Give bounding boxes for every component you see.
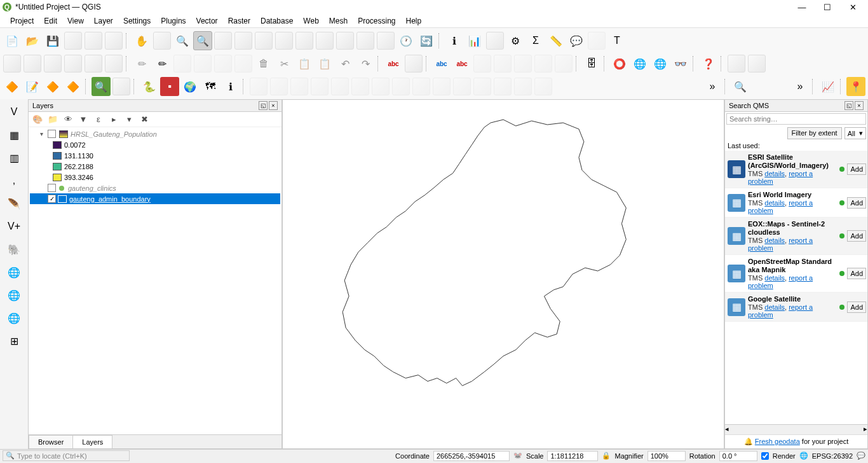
layer-gauteng-admin-boundary[interactable]: gauteng_admin_boundary [30,193,280,204]
python-console-icon[interactable]: 🐍 [140,77,159,96]
map-swipe-icon[interactable]: 🗺 [201,77,220,96]
expand-icon[interactable]: ▾ [40,130,48,137]
panel-close-icon[interactable]: × [269,101,278,110]
qgis2web-icon[interactable] [727,54,746,73]
details-link[interactable]: details [764,237,785,244]
filter-by-expression-icon[interactable]: ε [92,113,105,126]
layer-gauteng-clinics[interactable]: gauteng_clinics [30,183,280,193]
topology-checker-icon[interactable]: ⭕ [610,54,629,73]
globe-icon[interactable]: 🌍 [180,77,200,96]
osm-search-icon[interactable]: 🔍 [92,77,111,96]
menu-processing[interactable]: Processing [353,17,400,25]
menu-raster[interactable]: Raster [223,17,255,25]
zoom-native-icon[interactable] [275,31,294,50]
digitize-5-icon[interactable] [330,77,349,96]
details-link[interactable]: details [764,170,785,177]
add-spatialite-icon[interactable]: 🪶 [4,193,24,214]
panel-close-icon[interactable]: × [855,101,864,110]
qms-horizontal-scrollbar[interactable]: ◂▸ [725,424,867,434]
coordinate-field[interactable]: 2665256,-3594015 [433,451,510,461]
toggle-editing-icon[interactable]: ✏ [153,54,172,73]
filter-select[interactable]: All ▾ [844,127,866,139]
label-tool-1-icon[interactable] [473,54,492,73]
qms-item[interactable]: ▦Esri World ImageryTMS details, report a… [725,188,867,218]
node-tool-icon[interactable] [234,54,253,73]
select-all-icon[interactable]: 🔶 [64,77,83,96]
zoom-layer-icon[interactable] [254,31,273,50]
field-calculator-icon[interactable] [485,31,505,50]
text-annotation-icon[interactable]: T [607,31,627,50]
statistics-icon[interactable]: Σ [526,31,545,50]
menu-mesh[interactable]: Mesh [324,17,353,25]
profile-tool-icon[interactable]: 📈 [818,77,837,96]
zoom-full-icon[interactable] [214,31,233,50]
digitize-3-icon[interactable] [290,77,309,96]
undo-icon[interactable]: ↶ [336,54,355,73]
show-layout-manager-icon[interactable] [84,31,103,50]
digitize-13-icon[interactable] [493,77,512,96]
digitize-6-icon[interactable] [351,77,370,96]
layer-checkbox[interactable] [48,184,56,192]
digitize-10-icon[interactable] [432,77,451,96]
extents-icon[interactable]: 🐭 [513,452,522,460]
map-canvas[interactable] [282,99,724,449]
crs-icon[interactable]: 🌐 [799,452,808,460]
new-spatial-bookmark-icon[interactable] [356,31,375,50]
deselect-icon[interactable]: 🔶 [43,77,62,96]
qms-results-list[interactable]: ▦ESRI Satellite (ArcGIS/World_Imagery)TM… [725,151,867,424]
add-basemap-button[interactable]: Add [847,163,866,175]
new-print-layout-icon[interactable] [64,31,83,50]
add-raster-layer-icon[interactable]: ▦ [4,125,24,145]
move-feature-icon[interactable] [214,54,233,73]
qms-item[interactable]: ▦OpenStreetMap Standard aka MapnikTMS de… [725,255,867,293]
toolbox-icon[interactable]: ⚙ [506,31,525,50]
current-edits-icon[interactable]: ✏ [132,54,151,73]
manage-visibility-icon[interactable]: 👁 [62,113,74,126]
open-project-icon[interactable]: 📂 [23,31,42,50]
lock-scale-icon[interactable]: 🔒 [602,452,611,460]
add-feature-icon[interactable] [193,54,212,73]
menu-view[interactable]: View [62,17,89,25]
label-tool-3-icon[interactable] [513,54,532,73]
details-link[interactable]: details [764,274,785,282]
digitize-12-icon[interactable] [473,77,492,96]
layer-style-icon[interactable]: 🎨 [31,113,44,126]
tab-layers[interactable]: Layers [72,435,112,448]
digitize-1-icon[interactable] [249,77,268,96]
add-delimited-text-icon[interactable]: , [4,170,24,191]
tab-browser[interactable]: Browser [29,435,73,448]
delete-selected-icon[interactable]: 🗑 [254,54,273,73]
zoom-last-icon[interactable] [295,31,314,50]
menu-layer[interactable]: Layer [89,17,118,25]
scale-field[interactable]: 1:1811218 [547,451,598,461]
add-basemap-button[interactable]: Add [847,268,866,279]
db-manager-icon[interactable]: 🗄 [582,54,601,73]
new-mesh-layer-icon[interactable] [104,54,123,73]
magnifier-field[interactable]: 100% [648,451,686,461]
new-geopackage-icon[interactable] [23,54,42,73]
mask-icon[interactable]: 👓 [671,54,690,73]
label-tool-4-icon[interactable] [534,54,553,73]
messages-icon[interactable]: 💬 [857,452,865,460]
filter-by-extent-button[interactable]: Filter by extent [787,127,842,139]
metasearch-icon[interactable]: 🌐 [630,54,649,73]
label-tool-2-icon[interactable] [493,54,512,73]
menu-plugins[interactable]: Plugins [156,17,191,25]
menu-edit[interactable]: Edit [39,17,62,25]
filter-legend-icon[interactable]: ▼ [77,113,90,126]
identify-icon[interactable]: ℹ [445,31,464,50]
minimize-button[interactable]: — [789,0,815,14]
help-icon[interactable]: ❓ [699,54,718,73]
layer-tree[interactable]: ▾ HRSL_Gauteng_Population 0.0072 131.113… [29,127,281,434]
pan-to-selection-icon[interactable] [153,31,172,50]
new-virtual-layer-icon[interactable] [84,54,103,73]
select-by-value-icon[interactable]: 📝 [23,77,42,96]
copy-features-icon[interactable]: 📋 [295,54,314,73]
geocoding-icon[interactable]: 🌐 [651,54,670,73]
new-project-icon[interactable]: 📄 [3,31,22,50]
digitize-11-icon[interactable] [452,77,471,96]
locate-icon[interactable]: 🔍 [731,77,750,96]
info-identify-icon[interactable]: ℹ [221,77,240,96]
digitize-2-icon[interactable] [269,77,288,96]
collapse-all-icon[interactable]: ▾ [123,113,135,126]
